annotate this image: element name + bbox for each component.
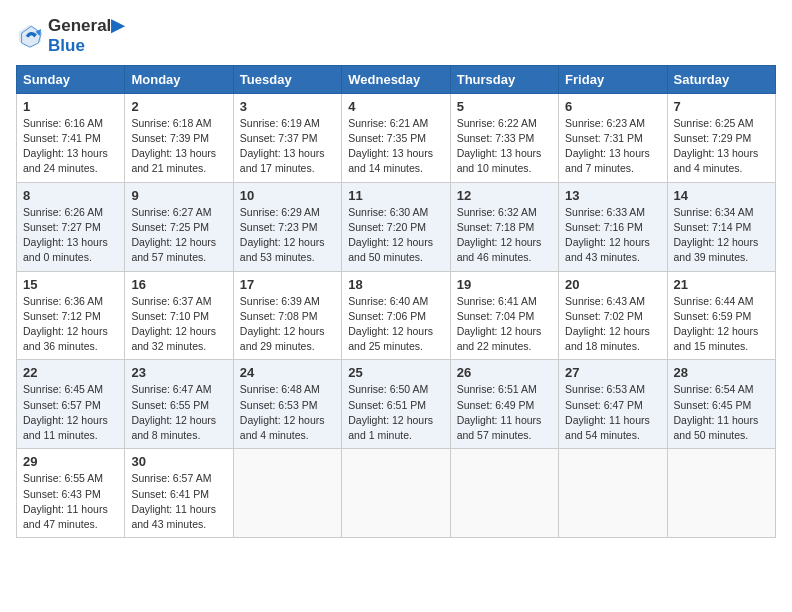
calendar-cell: 18 Sunrise: 6:40 AMSunset: 7:06 PMDaylig…	[342, 271, 450, 360]
day-number: 14	[674, 188, 769, 203]
day-info: Sunrise: 6:53 AMSunset: 6:47 PMDaylight:…	[565, 382, 660, 443]
weekday-header-saturday: Saturday	[667, 65, 775, 93]
calendar-cell: 30 Sunrise: 6:57 AMSunset: 6:41 PMDaylig…	[125, 449, 233, 538]
calendar-cell	[450, 449, 558, 538]
day-number: 1	[23, 99, 118, 114]
calendar-cell-1: 1 Sunrise: 6:16 AMSunset: 7:41 PMDayligh…	[17, 93, 125, 182]
calendar-cell: 19 Sunrise: 6:41 AMSunset: 7:04 PMDaylig…	[450, 271, 558, 360]
day-number: 18	[348, 277, 443, 292]
page-header: General▶ Blue	[16, 16, 776, 57]
calendar-cell: 23 Sunrise: 6:47 AMSunset: 6:55 PMDaylig…	[125, 360, 233, 449]
day-info: Sunrise: 6:18 AMSunset: 7:39 PMDaylight:…	[131, 116, 226, 177]
calendar-cell: 16 Sunrise: 6:37 AMSunset: 7:10 PMDaylig…	[125, 271, 233, 360]
day-number: 11	[348, 188, 443, 203]
day-number: 25	[348, 365, 443, 380]
day-info: Sunrise: 6:50 AMSunset: 6:51 PMDaylight:…	[348, 382, 443, 443]
day-number: 6	[565, 99, 660, 114]
day-info: Sunrise: 6:36 AMSunset: 7:12 PMDaylight:…	[23, 294, 118, 355]
day-number: 21	[674, 277, 769, 292]
calendar-cell: 2 Sunrise: 6:18 AMSunset: 7:39 PMDayligh…	[125, 93, 233, 182]
weekday-header-wednesday: Wednesday	[342, 65, 450, 93]
calendar-cell	[667, 449, 775, 538]
day-number: 19	[457, 277, 552, 292]
weekday-header-tuesday: Tuesday	[233, 65, 341, 93]
day-number: 20	[565, 277, 660, 292]
calendar-cell: 20 Sunrise: 6:43 AMSunset: 7:02 PMDaylig…	[559, 271, 667, 360]
calendar-cell: 9 Sunrise: 6:27 AMSunset: 7:25 PMDayligh…	[125, 182, 233, 271]
day-info: Sunrise: 6:23 AMSunset: 7:31 PMDaylight:…	[565, 116, 660, 177]
day-info: Sunrise: 6:32 AMSunset: 7:18 PMDaylight:…	[457, 205, 552, 266]
day-info: Sunrise: 6:55 AMSunset: 6:43 PMDaylight:…	[23, 471, 118, 532]
calendar-cell	[559, 449, 667, 538]
logo: General▶ Blue	[16, 16, 124, 57]
calendar-week-4: 22 Sunrise: 6:45 AMSunset: 6:57 PMDaylig…	[17, 360, 776, 449]
day-info: Sunrise: 6:30 AMSunset: 7:20 PMDaylight:…	[348, 205, 443, 266]
day-info: Sunrise: 6:57 AMSunset: 6:41 PMDaylight:…	[131, 471, 226, 532]
day-info: Sunrise: 6:37 AMSunset: 7:10 PMDaylight:…	[131, 294, 226, 355]
calendar-week-3: 15 Sunrise: 6:36 AMSunset: 7:12 PMDaylig…	[17, 271, 776, 360]
day-info: Sunrise: 6:43 AMSunset: 7:02 PMDaylight:…	[565, 294, 660, 355]
calendar-cell: 7 Sunrise: 6:25 AMSunset: 7:29 PMDayligh…	[667, 93, 775, 182]
day-number: 13	[565, 188, 660, 203]
day-number: 16	[131, 277, 226, 292]
day-number: 28	[674, 365, 769, 380]
day-number: 2	[131, 99, 226, 114]
day-number: 8	[23, 188, 118, 203]
day-info: Sunrise: 6:47 AMSunset: 6:55 PMDaylight:…	[131, 382, 226, 443]
calendar-cell: 28 Sunrise: 6:54 AMSunset: 6:45 PMDaylig…	[667, 360, 775, 449]
day-info: Sunrise: 6:29 AMSunset: 7:23 PMDaylight:…	[240, 205, 335, 266]
calendar-cell: 11 Sunrise: 6:30 AMSunset: 7:20 PMDaylig…	[342, 182, 450, 271]
day-number: 12	[457, 188, 552, 203]
day-number: 4	[348, 99, 443, 114]
day-number: 15	[23, 277, 118, 292]
day-number: 30	[131, 454, 226, 469]
day-info: Sunrise: 6:25 AMSunset: 7:29 PMDaylight:…	[674, 116, 769, 177]
day-info: Sunrise: 6:16 AMSunset: 7:41 PMDaylight:…	[23, 116, 118, 177]
day-info: Sunrise: 6:39 AMSunset: 7:08 PMDaylight:…	[240, 294, 335, 355]
calendar-cell: 25 Sunrise: 6:50 AMSunset: 6:51 PMDaylig…	[342, 360, 450, 449]
calendar-week-2: 8 Sunrise: 6:26 AMSunset: 7:27 PMDayligh…	[17, 182, 776, 271]
calendar-cell: 14 Sunrise: 6:34 AMSunset: 7:14 PMDaylig…	[667, 182, 775, 271]
day-number: 23	[131, 365, 226, 380]
calendar-cell: 4 Sunrise: 6:21 AMSunset: 7:35 PMDayligh…	[342, 93, 450, 182]
day-info: Sunrise: 6:41 AMSunset: 7:04 PMDaylight:…	[457, 294, 552, 355]
svg-marker-0	[19, 25, 41, 47]
calendar-cell: 17 Sunrise: 6:39 AMSunset: 7:08 PMDaylig…	[233, 271, 341, 360]
calendar-cell: 6 Sunrise: 6:23 AMSunset: 7:31 PMDayligh…	[559, 93, 667, 182]
day-info: Sunrise: 6:51 AMSunset: 6:49 PMDaylight:…	[457, 382, 552, 443]
calendar-cell	[342, 449, 450, 538]
day-number: 7	[674, 99, 769, 114]
calendar-cell: 29 Sunrise: 6:55 AMSunset: 6:43 PMDaylig…	[17, 449, 125, 538]
day-info: Sunrise: 6:34 AMSunset: 7:14 PMDaylight:…	[674, 205, 769, 266]
day-info: Sunrise: 6:44 AMSunset: 6:59 PMDaylight:…	[674, 294, 769, 355]
day-info: Sunrise: 6:48 AMSunset: 6:53 PMDaylight:…	[240, 382, 335, 443]
day-info: Sunrise: 6:26 AMSunset: 7:27 PMDaylight:…	[23, 205, 118, 266]
weekday-header-thursday: Thursday	[450, 65, 558, 93]
calendar-cell	[233, 449, 341, 538]
logo-icon	[16, 22, 44, 50]
calendar-week-5: 29 Sunrise: 6:55 AMSunset: 6:43 PMDaylig…	[17, 449, 776, 538]
calendar-table: SundayMondayTuesdayWednesdayThursdayFrid…	[16, 65, 776, 538]
weekday-header-row: SundayMondayTuesdayWednesdayThursdayFrid…	[17, 65, 776, 93]
day-info: Sunrise: 6:54 AMSunset: 6:45 PMDaylight:…	[674, 382, 769, 443]
day-number: 9	[131, 188, 226, 203]
calendar-cell: 24 Sunrise: 6:48 AMSunset: 6:53 PMDaylig…	[233, 360, 341, 449]
day-info: Sunrise: 6:19 AMSunset: 7:37 PMDaylight:…	[240, 116, 335, 177]
weekday-header-sunday: Sunday	[17, 65, 125, 93]
calendar-week-1: 1 Sunrise: 6:16 AMSunset: 7:41 PMDayligh…	[17, 93, 776, 182]
calendar-cell: 8 Sunrise: 6:26 AMSunset: 7:27 PMDayligh…	[17, 182, 125, 271]
day-info: Sunrise: 6:45 AMSunset: 6:57 PMDaylight:…	[23, 382, 118, 443]
calendar-cell: 15 Sunrise: 6:36 AMSunset: 7:12 PMDaylig…	[17, 271, 125, 360]
day-number: 29	[23, 454, 118, 469]
calendar-cell: 26 Sunrise: 6:51 AMSunset: 6:49 PMDaylig…	[450, 360, 558, 449]
day-number: 27	[565, 365, 660, 380]
weekday-header-friday: Friday	[559, 65, 667, 93]
logo-text: General▶ Blue	[48, 16, 124, 57]
day-info: Sunrise: 6:33 AMSunset: 7:16 PMDaylight:…	[565, 205, 660, 266]
weekday-header-monday: Monday	[125, 65, 233, 93]
day-info: Sunrise: 6:21 AMSunset: 7:35 PMDaylight:…	[348, 116, 443, 177]
day-number: 22	[23, 365, 118, 380]
calendar-cell: 10 Sunrise: 6:29 AMSunset: 7:23 PMDaylig…	[233, 182, 341, 271]
day-number: 17	[240, 277, 335, 292]
day-number: 5	[457, 99, 552, 114]
